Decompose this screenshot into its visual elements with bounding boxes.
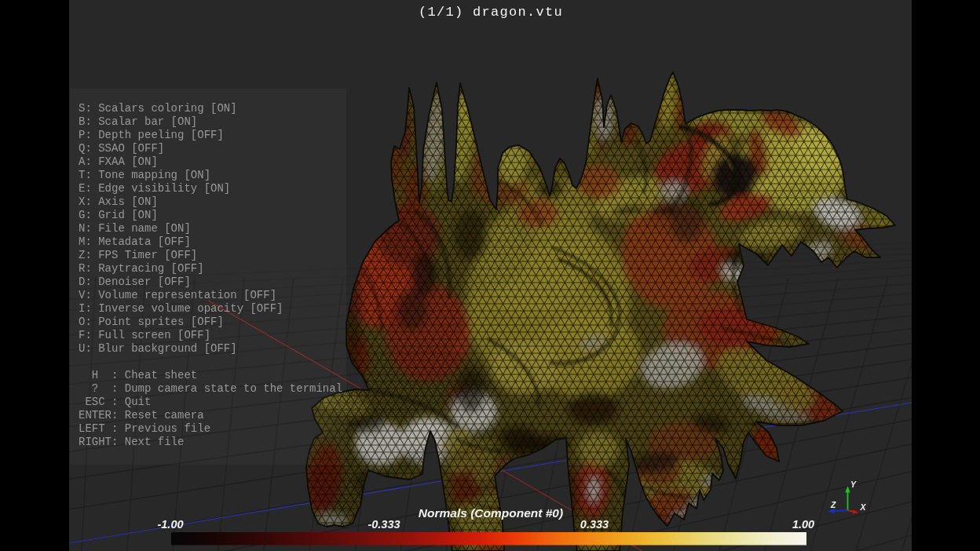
svg-text:ENTER: Reset camera: ENTER: Reset camera (79, 409, 204, 421)
svg-text:H : Cheat sheet: H : Cheat sheet (79, 369, 197, 381)
svg-text:Z: FPS Timer [OFF]: Z: FPS Timer [OFF] (79, 249, 197, 261)
svg-text:LEFT : Previous file: LEFT : Previous file (79, 422, 210, 435)
svg-text:X: Axis [ON]: X: Axis [ON] (79, 195, 158, 208)
svg-text:ESC : Quit: ESC : Quit (79, 396, 151, 408)
svg-text:A: FXAA [ON]: A: FXAA [ON] (79, 155, 158, 168)
svg-text:RIGHT: Next file: RIGHT: Next file (79, 436, 184, 448)
svg-text:D: Denoiser [OFF]: D: Denoiser [OFF] (79, 276, 191, 288)
svg-text:(1/1) dragon.vtu: (1/1) dragon.vtu (419, 5, 563, 20)
svg-text:V: Volume representation [OFF]: V: Volume representation [OFF] (79, 289, 276, 301)
svg-text:X: X (860, 502, 867, 512)
svg-text:S: Scalars coloring [ON]: S: Scalars coloring [ON] (79, 102, 237, 115)
svg-text:Normals (Component #0): Normals (Component #0) (419, 506, 563, 520)
svg-text:Z: Z (830, 500, 836, 509)
svg-text:-1.00: -1.00 (157, 518, 183, 531)
svg-text:O: Point sprites [OFF]: O: Point sprites [OFF] (79, 316, 224, 328)
svg-text:N: File name [ON]: N: File name [ON] (79, 222, 191, 235)
svg-text:-0.333: -0.333 (368, 518, 400, 531)
svg-text:U: Blur background [OFF]: U: Blur background [OFF] (79, 342, 237, 355)
svg-text:Y: Y (850, 480, 857, 489)
svg-text:F: Full screen [OFF]: F: Full screen [OFF] (79, 329, 210, 341)
svg-text:0.333: 0.333 (580, 518, 609, 531)
svg-text:M: Metadata [OFF]: M: Metadata [OFF] (79, 235, 191, 248)
svg-text:B: Scalar bar [ON]: B: Scalar bar [ON] (79, 115, 197, 128)
svg-text:P: Depth peeling [OFF]: P: Depth peeling [OFF] (79, 129, 224, 141)
svg-text:G: Grid [ON]: G: Grid [ON] (79, 209, 158, 221)
svg-text:? : Dump camera state to the: ? : Dump camera state to the terminal (79, 382, 342, 395)
svg-text:Q: SSAO [OFF]: Q: SSAO [OFF] (79, 142, 164, 155)
svg-text:T: Tone mapping [ON]: T: Tone mapping [ON] (79, 169, 210, 181)
svg-text:R: Raytracing [OFF]: R: Raytracing [OFF] (79, 262, 204, 275)
svg-text:I: Inverse volume opacity [OFF: I: Inverse volume opacity [OFF] (79, 302, 283, 315)
svg-text:E: Edge visibility [ON]: E: Edge visibility [ON] (79, 182, 230, 195)
svg-text:1.00: 1.00 (792, 518, 814, 531)
